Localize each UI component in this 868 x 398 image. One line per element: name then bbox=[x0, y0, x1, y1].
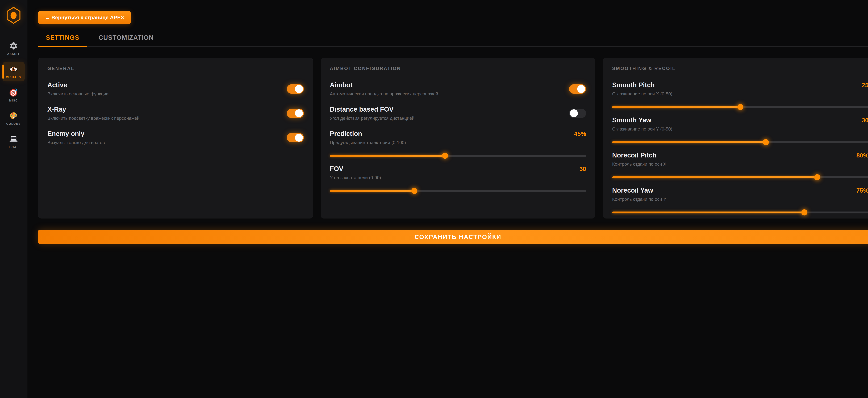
setting-title: FOV bbox=[330, 165, 343, 173]
aimbot-toggle[interactable] bbox=[569, 84, 586, 94]
setting-row-aimbot: Aimbot Автоматическая наводка на вражеск… bbox=[330, 81, 586, 96]
toggle-knob bbox=[295, 85, 303, 93]
tab-settings[interactable]: SETTINGS bbox=[38, 34, 87, 46]
setting-value: 80% bbox=[856, 152, 868, 159]
sidebar-item-misc[interactable]: MISC bbox=[2, 85, 25, 105]
toggle-knob bbox=[570, 109, 578, 117]
panel-title: SMOOTHING & RECOIL bbox=[612, 66, 868, 71]
setting-value: 30 bbox=[862, 117, 868, 124]
norecoil-yaw-slider[interactable] bbox=[612, 209, 868, 216]
setting-row-enemy-only: Enemy only Визуалы только для врагов bbox=[48, 130, 304, 145]
setting-row-fov: FOV 30 Угол захвата цели (0-90) bbox=[330, 165, 586, 194]
slider-thumb[interactable] bbox=[737, 104, 743, 110]
slider-track bbox=[330, 190, 586, 192]
sidebar-item-label: TRIAL bbox=[8, 146, 19, 149]
panel-title: GENERAL bbox=[48, 66, 304, 71]
setting-subtitle: Автоматическая наводка на вражеских перс… bbox=[330, 91, 438, 96]
sidebar-item-label: MISC bbox=[9, 99, 18, 102]
setting-subtitle: Визуалы только для врагов bbox=[48, 140, 105, 145]
setting-title: Active bbox=[48, 81, 108, 89]
slider-fill bbox=[612, 141, 766, 143]
setting-value: 45% bbox=[574, 130, 586, 137]
setting-title: Prediction bbox=[330, 130, 362, 138]
setting-title: Aimbot bbox=[330, 81, 438, 89]
sidebar-item-label: COLORS bbox=[6, 122, 21, 125]
prediction-slider[interactable] bbox=[330, 152, 586, 159]
setting-subtitle: Контроль отдачи по оси Y bbox=[612, 197, 868, 202]
setting-title: Smooth Pitch bbox=[612, 81, 655, 89]
setting-row-distance-based-fov: Distance based FOV Угол действия регулир… bbox=[330, 106, 586, 121]
slider-thumb[interactable] bbox=[801, 209, 807, 216]
slider-fill bbox=[330, 190, 414, 192]
settings-panels: GENERAL Active Включить основные функции… bbox=[38, 58, 868, 219]
setting-row-smooth-yaw: Smooth Yaw 30 Сглаживание по оси Y (0-50… bbox=[612, 116, 868, 145]
panel-aimbot-configuration: AIMBOT CONFIGURATION Aimbot Автоматическ… bbox=[321, 58, 595, 219]
setting-subtitle: Угол действия регулируется дистанцией bbox=[330, 116, 414, 121]
setting-subtitle: Сглаживание по оси Y (0-50) bbox=[612, 126, 868, 132]
setting-row-active: Active Включить основные функции bbox=[48, 81, 304, 96]
slider-thumb[interactable] bbox=[763, 139, 769, 145]
norecoil-pitch-slider[interactable] bbox=[612, 174, 868, 180]
setting-title: Smooth Yaw bbox=[612, 116, 651, 124]
enemy-only-toggle[interactable] bbox=[287, 133, 304, 142]
sidebar-item-trial[interactable]: TRIAL bbox=[2, 132, 25, 151]
setting-title: Norecoil Pitch bbox=[612, 151, 656, 159]
setting-subtitle: Контроль отдачи по оси X bbox=[612, 162, 868, 167]
slider-fill bbox=[612, 106, 740, 108]
palette-icon bbox=[9, 111, 18, 120]
slider-thumb[interactable] bbox=[814, 174, 820, 180]
distance-based-fov-toggle[interactable] bbox=[569, 109, 586, 118]
setting-subtitle: Предугадывание траектории (0-100) bbox=[330, 140, 586, 145]
setting-title: Distance based FOV bbox=[330, 106, 414, 113]
panel-title: AIMBOT CONFIGURATION bbox=[330, 66, 586, 71]
slider-fill bbox=[612, 176, 817, 178]
fov-slider[interactable] bbox=[330, 188, 586, 194]
main-content: ← Вернуться к странице APEX SETTINGS CUS… bbox=[28, 0, 868, 398]
target-icon bbox=[9, 88, 18, 97]
setting-title: Enemy only bbox=[48, 130, 105, 138]
laptop-icon bbox=[9, 135, 18, 144]
toggle-knob bbox=[577, 85, 585, 93]
active-toggle[interactable] bbox=[287, 84, 304, 94]
slider-fill bbox=[330, 155, 445, 157]
setting-value: 75% bbox=[856, 187, 868, 194]
sidebar-item-label: VISUALS bbox=[6, 76, 21, 79]
setting-value: 25 bbox=[862, 82, 868, 89]
toggle-knob bbox=[295, 109, 303, 117]
sidebar-item-assist[interactable]: ASSIST bbox=[2, 38, 25, 58]
xray-toggle[interactable] bbox=[287, 109, 304, 118]
slider-thumb[interactable] bbox=[442, 153, 448, 159]
setting-subtitle: Включить основные функции bbox=[48, 91, 108, 96]
slider-track bbox=[612, 211, 868, 214]
smooth-yaw-slider[interactable] bbox=[612, 139, 868, 145]
setting-row-norecoil-pitch: Norecoil Pitch 80% Контроль отдачи по ос… bbox=[612, 151, 868, 180]
eye-icon bbox=[9, 65, 18, 74]
setting-row-xray: X-Ray Включить подсветку вражеских персо… bbox=[48, 106, 304, 121]
slider-track bbox=[612, 176, 868, 178]
setting-subtitle: Угол захвата цели (0-90) bbox=[330, 175, 586, 180]
panel-smoothing-recoil: SMOOTHING & RECOIL Smooth Pitch 25 Сглаж… bbox=[603, 58, 868, 219]
sidebar-item-label: ASSIST bbox=[7, 53, 20, 56]
setting-subtitle: Включить подсветку вражеских персонажей bbox=[48, 116, 140, 121]
setting-row-smooth-pitch: Smooth Pitch 25 Сглаживание по оси X (0-… bbox=[612, 81, 868, 110]
panel-general: GENERAL Active Включить основные функции… bbox=[38, 58, 313, 219]
sidebar-nav: ASSIST VISUALS MISC bbox=[2, 38, 25, 151]
save-settings-button[interactable]: СОХРАНИТЬ НАСТРОЙКИ bbox=[38, 230, 868, 244]
tab-customization[interactable]: CUSTOMIZATION bbox=[91, 34, 161, 46]
smooth-pitch-slider[interactable] bbox=[612, 104, 868, 110]
setting-subtitle: Сглаживание по оси X (0-50) bbox=[612, 91, 868, 96]
app-logo-hexagon-icon bbox=[5, 7, 22, 24]
toggle-knob bbox=[295, 134, 303, 142]
setting-row-prediction: Prediction 45% Предугадывание траектории… bbox=[330, 130, 586, 159]
setting-title: X-Ray bbox=[48, 106, 140, 113]
setting-value: 30 bbox=[579, 166, 586, 172]
slider-track bbox=[612, 141, 868, 143]
slider-track bbox=[612, 106, 868, 108]
setting-title: Norecoil Yaw bbox=[612, 187, 653, 194]
slider-thumb[interactable] bbox=[411, 188, 417, 194]
sidebar-item-colors[interactable]: COLORS bbox=[2, 109, 25, 128]
slider-fill bbox=[612, 211, 804, 214]
tab-bar: SETTINGS CUSTOMIZATION bbox=[38, 34, 868, 47]
sidebar-item-visuals[interactable]: VISUALS bbox=[2, 62, 25, 81]
back-to-apex-button[interactable]: ← Вернуться к странице APEX bbox=[38, 11, 131, 24]
